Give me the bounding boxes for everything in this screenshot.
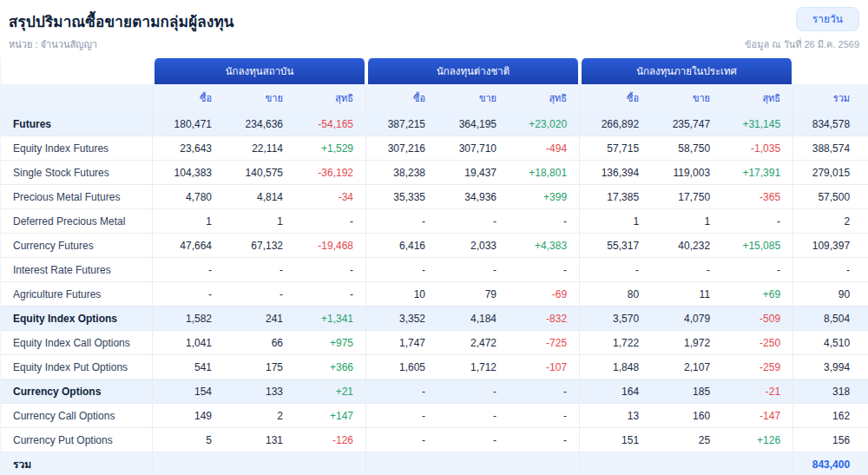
page-title: สรุปปริมาณซื้อขายตามกลุ่มผู้ลงทุน [9, 7, 234, 33]
cell: +366 [295, 355, 366, 379]
table-row: Equity Index Call Options1,04166+9751,74… [1, 331, 868, 355]
table-row: Interest Rate Futures---------- [1, 258, 868, 282]
cell: 136,394 [580, 161, 651, 185]
cell: 2,472 [437, 331, 509, 355]
cell: -34 [295, 185, 366, 209]
cell: 4,780 [153, 185, 224, 209]
cell: 80 [580, 282, 651, 307]
cell: - [295, 209, 366, 234]
table-row: Deferred Precious Metal11----11-2 [1, 209, 868, 234]
cell: 241 [224, 307, 295, 331]
cell: +126 [722, 428, 793, 452]
cell: - [437, 428, 509, 452]
col-header-1-1: ขาย [437, 84, 509, 112]
cell: - [366, 209, 437, 234]
cell: +21 [295, 379, 366, 404]
cell: 1,747 [366, 331, 437, 355]
cell: -147 [722, 404, 793, 428]
cell: - [651, 258, 722, 282]
cell: -1,035 [722, 136, 793, 161]
row-label: Currency Call Options [1, 404, 153, 428]
cell: 1,848 [580, 355, 651, 379]
data-date-label: ข้อมูล ณ วันที่ 26 มี.ค. 2569 [745, 36, 859, 52]
cell: -365 [722, 185, 793, 209]
row-label: Single Stock Futures [1, 161, 153, 185]
cell: 2,107 [651, 355, 722, 379]
table-row: Equity Index Put Options541175+3661,6051… [1, 355, 868, 379]
cell: 66 [224, 331, 295, 355]
cell: 1 [651, 209, 722, 234]
corner-spacer [1, 58, 153, 84]
corner-spacer [793, 58, 868, 84]
cell: 47,664 [153, 234, 224, 258]
cell: 279,015 [793, 161, 868, 185]
cell: 1 [224, 209, 295, 234]
cell [580, 452, 651, 475]
cell: 1,041 [153, 331, 224, 355]
cell: - [366, 379, 437, 404]
cell: 40,232 [651, 234, 722, 258]
col-header-1-2: สุทธิ [509, 84, 580, 112]
row-label: Futures [1, 112, 153, 136]
cell: 185 [651, 379, 722, 404]
cell: 23,643 [153, 136, 224, 161]
row-label: Equity Index Options [1, 307, 153, 331]
cell: 67,132 [224, 234, 295, 258]
daily-button[interactable]: รายวัน [796, 7, 859, 31]
cell: - [437, 258, 509, 282]
cell: +4,383 [509, 234, 580, 258]
cell: 79 [437, 282, 509, 307]
row-label: Agriculture Futures [1, 282, 153, 307]
cell: 57,500 [793, 185, 868, 209]
cell: 3,570 [580, 307, 651, 331]
row-label: Equity Index Futures [1, 136, 153, 161]
cell: - [366, 428, 437, 452]
table-row: Single Stock Futures104,383140,575-36,19… [1, 161, 868, 185]
cell: 133 [224, 379, 295, 404]
group-header-1: นักลงทุนต่างชาติ [366, 58, 580, 84]
cell: - [722, 209, 793, 234]
cell: 164 [580, 379, 651, 404]
cell: 17,750 [651, 185, 722, 209]
cell: 6,416 [366, 234, 437, 258]
cell: 17,385 [580, 185, 651, 209]
row-label: Equity Index Put Options [1, 355, 153, 379]
cell: - [722, 258, 793, 282]
cell: 13 [580, 404, 651, 428]
col-header-0-1: ขาย [224, 84, 295, 112]
cell: +975 [295, 331, 366, 355]
table-row: Currency Put Options5131-126---15125+126… [1, 428, 868, 452]
cell [651, 452, 722, 475]
cell: 4,184 [437, 307, 509, 331]
cell: - [509, 428, 580, 452]
cell: 149 [153, 404, 224, 428]
cell: 1,582 [153, 307, 224, 331]
row-label: รวม [1, 452, 153, 475]
table-row: Equity Index Futures23,64322,114+1,52930… [1, 136, 868, 161]
cell: -21 [722, 379, 793, 404]
cell: - [153, 258, 224, 282]
cell: 834,578 [793, 112, 868, 136]
label-column-header [1, 84, 153, 112]
cell: 3,994 [793, 355, 868, 379]
cell: - [153, 282, 224, 307]
cell: -832 [509, 307, 580, 331]
cell: 307,710 [437, 136, 509, 161]
cell: 160 [651, 404, 722, 428]
cell: 541 [153, 355, 224, 379]
cell: - [509, 209, 580, 234]
group-header-row: นักลงทุนสถาบันนักลงทุนต่างชาตินักลงทุนภา… [1, 58, 868, 84]
col-header-2-0: ซื้อ [580, 84, 651, 112]
cell: - [580, 258, 651, 282]
cell: 1,605 [366, 355, 437, 379]
cell [366, 452, 437, 475]
cell: 57,715 [580, 136, 651, 161]
col-header-2-1: ขาย [651, 84, 722, 112]
cell: -509 [722, 307, 793, 331]
cell: 180,471 [153, 112, 224, 136]
cell: - [295, 258, 366, 282]
cell: -725 [509, 331, 580, 355]
col-header-1-0: ซื้อ [366, 84, 437, 112]
cell: 119,003 [651, 161, 722, 185]
row-label: Interest Rate Futures [1, 258, 153, 282]
